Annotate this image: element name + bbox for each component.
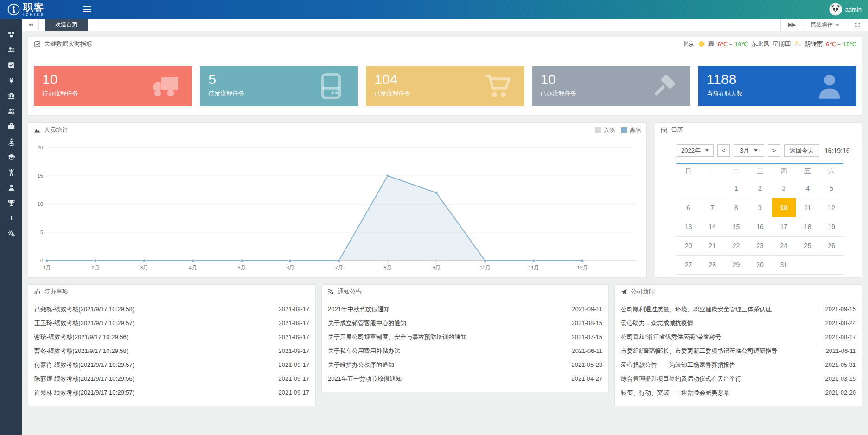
list-item[interactable]: 爱心助力，众志成城抗疫情2021-08-24 (615, 316, 862, 330)
calendar-day-20[interactable]: 20 (677, 236, 700, 255)
calendar-day-13[interactable]: 13 (677, 217, 700, 236)
sidebar-item-yen[interactable] (0, 73, 22, 88)
list-item-title[interactable]: 爱心捐款公告——为装卸工杨家青募捐报告 (621, 358, 819, 372)
list-item[interactable]: 综合管理提升项目签约及启动仪式在天台举行2021-03-15 (615, 372, 862, 386)
list-item[interactable]: 爱心捐款公告——为装卸工杨家青募捐报告2021-05-31 (615, 358, 862, 372)
list-item-title[interactable]: 关于维护办公秩序的通知 (328, 358, 565, 372)
calendar-day-8[interactable]: 8 (724, 198, 748, 217)
list-item-title[interactable]: 转变、行动、突破——迎新晚会完美谢幕 (621, 386, 819, 400)
list-item[interactable]: 公司喜获“浙江省优秀供应商”荣誉称号2021-08-17 (615, 330, 862, 344)
calendar-day-14[interactable]: 14 (700, 217, 724, 236)
calendar-day-21[interactable]: 21 (700, 236, 724, 255)
calendar-day-10[interactable]: 10 (772, 198, 796, 217)
list-item-title[interactable]: 综合管理提升项目签约及启动仪式在天台举行 (621, 372, 819, 386)
list-item[interactable]: 市委组织部副部长、市委两新工委项书记莅临公司调研指导2021-06-11 (615, 344, 862, 358)
calendar-day-11[interactable]: 11 (796, 198, 819, 217)
calendar-day-24[interactable]: 24 (772, 236, 796, 255)
list-item[interactable]: 关于维护办公秩序的通知2021-05-23 (322, 358, 608, 372)
calendar-day-1[interactable]: 1 (724, 179, 748, 198)
tabs-scroll-left-button[interactable]: ◀◀ (22, 19, 39, 31)
menu-toggle-icon[interactable] (81, 3, 93, 16)
sidebar-item-users[interactable] (0, 42, 22, 58)
year-select[interactable]: 2022年 (677, 144, 714, 157)
calendar-day-28[interactable]: 28 (700, 255, 724, 274)
sidebar-item-street-view[interactable] (0, 134, 22, 149)
list-item[interactable]: 2021年中秋节放假通知2021-09-11 (322, 302, 608, 316)
calendar-day-15[interactable]: 15 (724, 217, 748, 236)
sidebar-item-bank[interactable] (0, 88, 22, 103)
user-menu[interactable]: admin (829, 3, 862, 16)
sidebar-item-share-nodes[interactable] (0, 27, 22, 42)
calendar-day-29[interactable]: 29 (724, 255, 748, 274)
list-item-title[interactable]: 关于私车公用费用补贴办法 (328, 344, 565, 358)
stat-card-server[interactable]: 5待发流程任务 (200, 66, 358, 106)
calendar-day-9[interactable]: 9 (748, 198, 772, 217)
calendar-day-31[interactable]: 31 (772, 255, 796, 274)
fullscreen-button[interactable] (847, 19, 868, 31)
calendar-day-27[interactable]: 27 (677, 255, 700, 274)
list-item[interactable]: 2021年五一劳动节放假通知2021-04-27 (322, 372, 608, 386)
tab-actions-dropdown[interactable]: 页签操作 (803, 19, 847, 31)
calendar-day-26[interactable]: 26 (820, 236, 843, 255)
calendar-day-23[interactable]: 23 (748, 236, 772, 255)
tabs-scroll-right-button[interactable]: ▶▶ (780, 19, 803, 31)
sidebar-item-user[interactable] (0, 180, 22, 195)
calendar-day-19[interactable]: 19 (820, 217, 843, 236)
list-item-title[interactable]: 公司顺利通过质量、环境、职业健康安全管理三体系认证 (621, 302, 819, 316)
list-item[interactable]: 关于私车公用费用补贴办法2021-06-11 (322, 344, 608, 358)
stat-card-gavel[interactable]: 10已办流程任务 (532, 66, 690, 106)
list-item-title[interactable]: 许菊林-绩效考核(2021/9/17 10:29:57) (34, 386, 272, 400)
list-item-title[interactable]: 爱心助力，众志成城抗疫情 (621, 316, 819, 330)
stat-card-truck[interactable]: 10待办流程任务 (34, 66, 192, 106)
calendar-day-30[interactable]: 30 (748, 255, 772, 274)
list-item[interactable]: 许菊林-绩效考核(2021/9/17 10:29:57)2021-09-17 (28, 386, 315, 400)
calendar-day-4[interactable]: 4 (796, 179, 819, 198)
list-item[interactable]: 陈丽娜-绩效考核(2021/9/17 10:29:56)2021-09-17 (28, 372, 315, 386)
today-button[interactable]: 返回今天 (784, 144, 819, 157)
month-select[interactable]: 3月 (734, 144, 764, 157)
list-item-title[interactable]: 陈丽娜-绩效考核(2021/9/17 10:29:56) (34, 372, 272, 386)
sidebar-item-check-square[interactable] (0, 58, 22, 73)
list-item[interactable]: 吕尧栋-绩效考核(2021/9/17 10:29:58)2021-09-17 (28, 302, 315, 316)
stat-card-cart[interactable]: 104已发流程任务 (366, 66, 524, 106)
list-item[interactable]: 谢珍-绩效考核(2021/9/17 10:29:56)2021-09-17 (28, 330, 315, 344)
calendar-day-5[interactable]: 5 (820, 179, 843, 198)
list-item-title[interactable]: 关于成立销管客服中心的通知 (328, 316, 565, 330)
calendar-day-17[interactable]: 17 (772, 217, 796, 236)
sidebar-item-info[interactable] (0, 211, 22, 226)
sidebar-item-team[interactable] (0, 103, 22, 119)
calendar-day-12[interactable]: 12 (820, 198, 843, 217)
list-item[interactable]: 转变、行动、突破——迎新晚会完美谢幕2021-02-20 (615, 386, 862, 400)
list-item-title[interactable]: 王卫玲-绩效考核(2021/9/17 10:29:57) (34, 316, 272, 330)
sidebar-item-briefcase[interactable] (0, 119, 22, 134)
list-item-title[interactable]: 何蒙肖-绩效考核(2021/9/17 10:29:57) (34, 358, 272, 372)
sidebar-item-graduation-cap[interactable] (0, 149, 22, 165)
list-item[interactable]: 曹冬-绩效考核(2021/9/17 10:29:58)2021-09-17 (28, 344, 315, 358)
list-item-title[interactable]: 关于开展公司规章制度、安全与事故预防培训的通知 (328, 330, 565, 344)
list-item-title[interactable]: 曹冬-绩效考核(2021/9/17 10:29:58) (34, 344, 272, 358)
sidebar-item-cogs[interactable] (0, 226, 22, 241)
list-item-title[interactable]: 2021年中秋节放假通知 (328, 302, 565, 316)
next-month-button[interactable]: > (768, 144, 780, 157)
calendar-day-22[interactable]: 22 (724, 236, 748, 255)
sidebar-item-cheer[interactable] (0, 165, 22, 180)
list-item[interactable]: 关于开展公司规章制度、安全与事故预防培训的通知2021-07-15 (322, 330, 608, 344)
sidebar-item-trophy[interactable] (0, 195, 22, 211)
calendar-day-6[interactable]: 6 (677, 198, 700, 217)
calendar-day-25[interactable]: 25 (796, 236, 819, 255)
calendar-day-2[interactable]: 2 (748, 179, 772, 198)
list-item-title[interactable]: 公司喜获“浙江省优秀供应商”荣誉称号 (621, 330, 819, 344)
legend-item-入职[interactable]: 入职 (595, 126, 615, 134)
stat-card-person[interactable]: 1188当前在职人数 (698, 66, 856, 106)
list-item-title[interactable]: 市委组织部副部长、市委两新工委项书记莅临公司调研指导 (621, 344, 819, 358)
list-item-title[interactable]: 2021年五一劳动节放假通知 (328, 372, 565, 386)
list-item-title[interactable]: 吕尧栋-绩效考核(2021/9/17 10:29:58) (34, 302, 272, 316)
legend-item-离职[interactable]: 离职 (621, 126, 641, 134)
list-item[interactable]: 王卫玲-绩效考核(2021/9/17 10:29:57)2021-09-17 (28, 316, 315, 330)
list-item-title[interactable]: 谢珍-绩效考核(2021/9/17 10:29:56) (34, 330, 272, 344)
calendar-day-7[interactable]: 7 (700, 198, 724, 217)
calendar-day-18[interactable]: 18 (796, 217, 819, 236)
list-item[interactable]: 何蒙肖-绩效考核(2021/9/17 10:29:57)2021-09-17 (28, 358, 315, 372)
calendar-day-3[interactable]: 3 (772, 179, 796, 198)
calendar-day-16[interactable]: 16 (748, 217, 772, 236)
